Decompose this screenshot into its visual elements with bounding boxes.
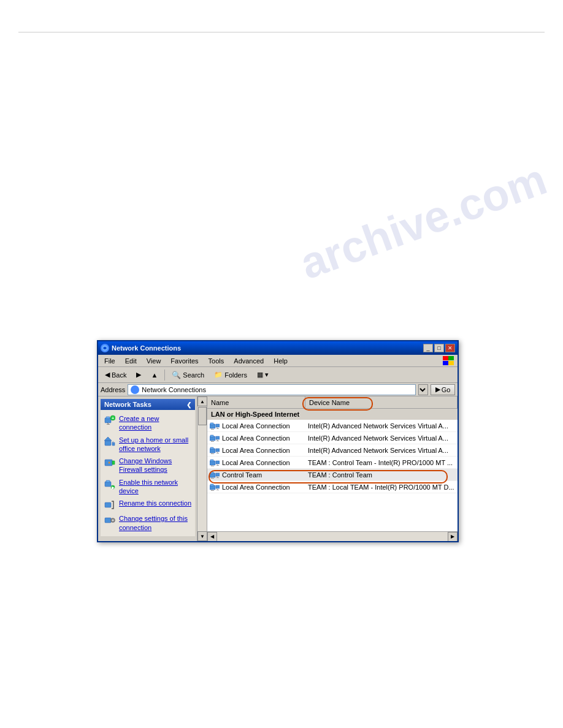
- network-connection-icon: [210, 434, 220, 442]
- left-panel-scrollbar: ▲ ▼: [197, 396, 207, 541]
- address-bar: Address Network Connections ▶ Go: [98, 383, 458, 396]
- table-row[interactable]: Local Area Connection TEAM : Local TEAM …: [207, 481, 458, 493]
- left-panel-wrapper: Network Tasks ❮: [98, 396, 207, 541]
- sidebar-item-enable-device[interactable]: ▶ Enable this network device: [103, 476, 193, 498]
- view-icon: ▦: [257, 371, 263, 379]
- menu-file[interactable]: File: [101, 356, 119, 366]
- sidebar-item-rename[interactable]: Rename this connection: [103, 497, 193, 512]
- svg-rect-18: [105, 518, 111, 523]
- up-arrow-icon: ▲: [151, 371, 158, 379]
- svg-rect-22: [210, 423, 213, 425]
- table-row[interactable]: Local Area Connection Intel(R) Advanced …: [207, 420, 458, 432]
- menu-edit[interactable]: Edit: [121, 356, 140, 366]
- svg-text:+: +: [112, 416, 114, 420]
- name-column-header[interactable]: Name: [207, 396, 305, 408]
- svg-line-3: [107, 423, 109, 424]
- view-button[interactable]: ▦ ▾: [253, 368, 273, 382]
- forward-button[interactable]: ▶: [132, 368, 145, 382]
- view-dropdown-arrow: ▾: [265, 371, 269, 379]
- network-tasks-label: Network Tasks: [104, 401, 151, 408]
- table-row[interactable]: Control Team TEAM : Control Team: [207, 469, 458, 481]
- lan-section-header: LAN or High-Speed Internet: [207, 409, 458, 420]
- maximize-button[interactable]: □: [434, 344, 444, 352]
- menu-help[interactable]: Help: [270, 356, 291, 366]
- menu-view[interactable]: View: [143, 356, 165, 366]
- svg-rect-52: [211, 478, 214, 479]
- folders-button[interactable]: 📁 Folders: [210, 368, 251, 382]
- address-field[interactable]: Network Connections: [128, 384, 416, 395]
- menu-tools[interactable]: Tools: [205, 356, 228, 366]
- title-bar-left: Network Connections: [101, 344, 181, 352]
- windows-logo: [443, 356, 455, 366]
- svg-rect-46: [216, 461, 220, 464]
- table-row[interactable]: Local Area Connection TEAM : Control Tea…: [207, 457, 458, 469]
- address-value: Network Connections: [142, 386, 206, 393]
- svg-rect-2: [106, 417, 110, 419]
- svg-rect-39: [216, 449, 220, 452]
- scroll-right-button[interactable]: ▶: [448, 532, 458, 542]
- firewall-icon: [104, 457, 115, 468]
- address-label: Address: [101, 386, 125, 393]
- file-name-cell: Local Area Connection: [207, 458, 305, 467]
- svg-rect-4: [107, 424, 110, 425]
- svg-rect-29: [210, 435, 213, 437]
- folders-icon: 📁: [214, 371, 223, 379]
- enable-device-label: Enable this network device: [119, 478, 191, 496]
- search-button[interactable]: 🔍 Search: [167, 368, 209, 382]
- menu-advanced[interactable]: Advanced: [230, 356, 267, 366]
- svg-rect-27: [216, 428, 219, 429]
- forward-arrow-icon: ▶: [136, 371, 141, 379]
- sidebar-item-home-network[interactable]: Set up a home or small office network: [103, 434, 193, 455]
- menu-favorites[interactable]: Favorites: [167, 356, 202, 366]
- file-name-cell: Control Team: [207, 471, 305, 479]
- sidebar-item-create-connection[interactable]: + Create a new connection: [103, 412, 193, 434]
- svg-line-54: [216, 476, 218, 477]
- svg-rect-12: [112, 461, 115, 464]
- create-connection-label: Create a new connection: [119, 414, 191, 432]
- menu-bar: File Edit View Favorites Tools Advanced …: [98, 355, 458, 367]
- table-row[interactable]: Local Area Connection Intel(R) Advanced …: [207, 432, 458, 444]
- svg-line-40: [216, 452, 218, 453]
- network-tasks-section: Network Tasks ❮: [101, 399, 195, 536]
- up-button[interactable]: ▲: [147, 368, 162, 382]
- svg-line-10: [112, 441, 113, 442]
- toolbar: ◀ Back ▶ ▲ 🔍 Search 📁 Folders ▦ ▾: [98, 367, 458, 383]
- svg-rect-62: [216, 490, 219, 490]
- left-scroll-track: [197, 406, 207, 531]
- device-name-column-header[interactable]: Device Name: [305, 396, 458, 408]
- back-button[interactable]: ◀ Back: [101, 368, 131, 382]
- file-name-cell: Local Area Connection: [207, 446, 305, 455]
- address-dropdown[interactable]: [418, 384, 428, 395]
- svg-rect-50: [210, 472, 213, 474]
- svg-rect-14: [106, 480, 110, 482]
- svg-text:▶: ▶: [112, 486, 115, 490]
- svg-rect-41: [216, 453, 219, 453]
- svg-rect-31: [211, 441, 214, 442]
- svg-line-26: [216, 427, 218, 428]
- scroll-left-button[interactable]: ◀: [207, 532, 217, 542]
- horizontal-scrollbar: ◀ ▶: [207, 531, 458, 541]
- svg-rect-53: [216, 473, 220, 476]
- minimize-button[interactable]: _: [423, 344, 433, 352]
- left-scroll-thumb[interactable]: [198, 407, 207, 425]
- section-collapse-icon[interactable]: ❮: [186, 401, 191, 408]
- file-name-cell: Local Area Connection: [207, 422, 305, 430]
- column-headers: Name Device Name: [207, 396, 458, 409]
- go-button[interactable]: ▶ Go: [431, 384, 455, 395]
- network-tasks-header: Network Tasks ❮: [101, 399, 195, 410]
- rename-label: Rename this connection: [119, 499, 191, 507]
- sidebar-item-change-settings[interactable]: Change settings of this connection: [103, 512, 193, 534]
- scroll-track[interactable]: [217, 532, 448, 542]
- svg-rect-43: [210, 460, 213, 461]
- file-name-cell: Local Area Connection: [207, 483, 305, 491]
- home-network-label: Set up a home or small office network: [119, 436, 191, 453]
- sidebar-item-firewall[interactable]: Change Windows Firewall settings: [103, 455, 193, 476]
- table-row[interactable]: Local Area Connection Intel(R) Advanced …: [207, 444, 458, 457]
- svg-point-20: [112, 520, 114, 521]
- svg-rect-32: [216, 436, 220, 439]
- left-scroll-down-button[interactable]: ▼: [197, 531, 207, 541]
- left-scroll-up-button[interactable]: ▲: [197, 396, 207, 406]
- right-panel: Name Device Name LAN or High-Speed Inter…: [207, 396, 458, 541]
- svg-rect-36: [210, 447, 213, 449]
- close-button[interactable]: ✕: [445, 344, 455, 352]
